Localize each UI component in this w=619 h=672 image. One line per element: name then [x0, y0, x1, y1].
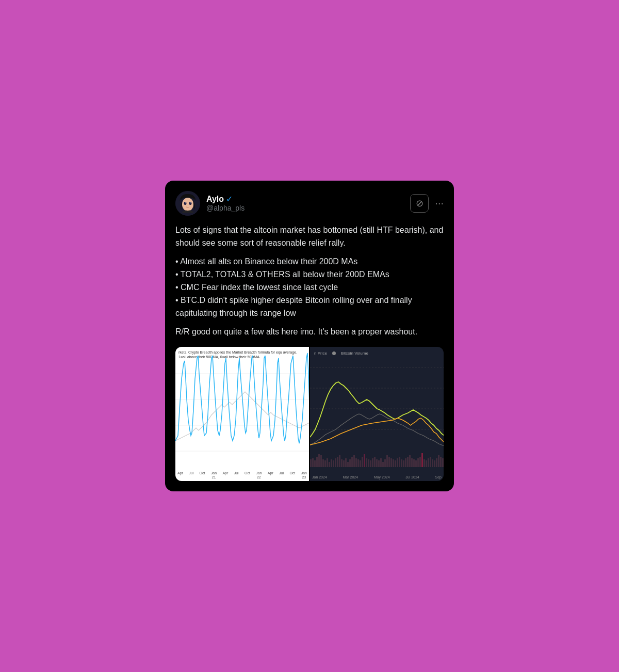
svg-rect-56: [397, 458, 398, 467]
x-label-oct2: Oct: [245, 471, 250, 479]
svg-point-1: [182, 198, 193, 211]
svg-rect-64: [413, 459, 415, 467]
x-label-oct1: Oct: [200, 471, 205, 479]
svg-rect-60: [405, 458, 406, 467]
svg-rect-71: [428, 458, 429, 467]
chart-right-legend: n Price Bitcoin Volume: [314, 351, 368, 356]
svg-point-2: [184, 202, 187, 205]
svg-rect-45: [374, 457, 376, 467]
svg-point-4: [185, 202, 186, 203]
verified-icon: ✓: [226, 194, 233, 204]
svg-rect-49: [382, 462, 384, 467]
svg-rect-59: [403, 460, 404, 467]
x-label-apr1: Apr: [177, 471, 183, 479]
svg-rect-19: [320, 455, 322, 467]
svg-point-3: [189, 202, 192, 205]
svg-rect-57: [399, 457, 400, 467]
svg-rect-70: [426, 460, 427, 467]
x-label-apr2: Apr: [222, 471, 228, 479]
svg-rect-24: [331, 459, 332, 467]
r-x-label-may24: May 2024: [374, 475, 390, 479]
svg-rect-78: [442, 458, 444, 467]
svg-rect-43: [370, 460, 371, 467]
svg-rect-77: [440, 457, 442, 467]
svg-rect-51: [386, 455, 388, 467]
svg-rect-41: [366, 458, 367, 467]
svg-rect-69: [423, 459, 425, 467]
svg-rect-39: [362, 457, 363, 467]
x-label-oct3: Oct: [289, 471, 295, 479]
svg-rect-54: [393, 459, 394, 467]
svg-rect-33: [349, 459, 351, 467]
svg-rect-36: [355, 458, 357, 467]
svg-rect-29: [341, 459, 343, 467]
r-x-label-jan24: Jan 2024: [312, 475, 327, 479]
x-label-jul3: Jul: [279, 471, 284, 479]
svg-rect-75: [436, 458, 437, 467]
svg-rect-52: [388, 457, 390, 467]
tweet-para-3: R/R good on quite a few alts here imo. I…: [175, 326, 444, 339]
handle: @alpha_pls: [206, 204, 410, 212]
svg-rect-21: [324, 460, 326, 467]
svg-rect-73: [432, 459, 433, 467]
svg-rect-68: [421, 453, 423, 467]
tweet-header: Aylo ✓ @alpha_pls ⊘ ···: [175, 191, 444, 216]
svg-rect-55: [395, 460, 396, 467]
svg-rect-66: [417, 458, 419, 467]
svg-rect-72: [430, 457, 431, 467]
app-icon-symbol: ⊘: [416, 198, 423, 209]
svg-rect-22: [327, 458, 328, 467]
legend-volume: Bitcoin Volume: [341, 351, 368, 356]
svg-rect-47: [378, 460, 380, 467]
tweet-para-1: Lots of signs that the altcoin market ha…: [175, 224, 444, 250]
x-label-jan22: Jan22: [256, 471, 262, 479]
svg-rect-30: [343, 460, 345, 467]
header-actions: ⊘ ···: [410, 194, 444, 213]
svg-rect-76: [438, 455, 439, 467]
r-x-label-mar24: Mar 2024: [343, 475, 359, 479]
svg-rect-40: [364, 454, 365, 467]
svg-point-5: [190, 202, 191, 203]
svg-rect-15: [312, 458, 314, 467]
svg-rect-27: [337, 457, 338, 467]
chart-bitcoin[interactable]: n Price Bitcoin Volume: [310, 347, 444, 481]
r-x-label-jul24: Jul 2024: [405, 475, 419, 479]
chart-right-inner: n Price Bitcoin Volume: [310, 347, 444, 481]
legend-dot-volume: [332, 351, 336, 355]
avatar[interactable]: [175, 191, 200, 216]
svg-rect-53: [390, 458, 392, 467]
user-info: Aylo ✓ @alpha_pls: [206, 194, 410, 212]
chart-left-inner: rkets. Crypto Breadth applies the Market…: [175, 347, 309, 481]
charts-container: rkets. Crypto Breadth applies the Market…: [175, 347, 444, 481]
svg-rect-28: [339, 455, 340, 467]
svg-rect-37: [357, 459, 359, 467]
more-menu-button[interactable]: ···: [435, 197, 444, 209]
svg-rect-34: [351, 457, 353, 467]
svg-rect-61: [407, 457, 409, 467]
x-label-jan23: Jan23: [301, 471, 307, 479]
svg-rect-17: [316, 457, 318, 467]
svg-rect-25: [333, 460, 334, 467]
svg-rect-26: [335, 458, 336, 467]
svg-rect-67: [419, 457, 421, 467]
username-row: Aylo ✓: [206, 194, 410, 204]
tweet-body: Lots of signs that the altcoin market ha…: [175, 224, 444, 339]
app-icon[interactable]: ⊘: [410, 194, 429, 213]
svg-rect-14: [310, 459, 312, 467]
display-name: Aylo: [206, 195, 224, 204]
svg-rect-65: [415, 460, 417, 467]
x-label-apr3: Apr: [268, 471, 273, 479]
chart-breadth[interactable]: rkets. Crypto Breadth applies the Market…: [175, 347, 309, 481]
svg-rect-23: [329, 462, 330, 467]
svg-rect-31: [345, 458, 347, 467]
svg-rect-44: [372, 458, 373, 467]
tweet-para-2: • Almost all alts on Binance below their…: [175, 255, 444, 319]
svg-rect-20: [322, 459, 324, 467]
svg-rect-63: [411, 458, 413, 467]
svg-rect-74: [434, 460, 435, 467]
r-x-label-sep: Sep: [435, 475, 441, 479]
x-label-jul2: Jul: [234, 471, 239, 479]
svg-rect-42: [368, 459, 369, 467]
svg-rect-46: [376, 459, 378, 467]
svg-rect-35: [353, 455, 355, 467]
